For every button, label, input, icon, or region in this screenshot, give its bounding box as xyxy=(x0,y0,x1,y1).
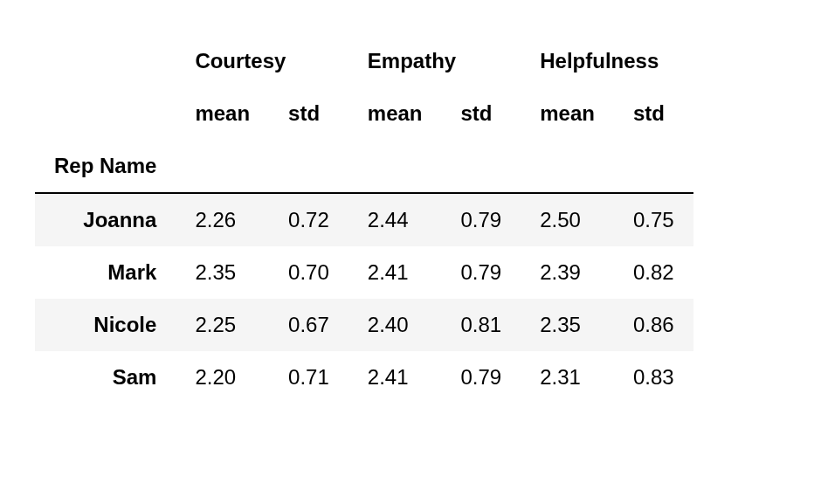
cell-value: 2.41 xyxy=(348,246,442,299)
stats-table: Courtesy Empathy Helpfulness mean std me… xyxy=(35,35,693,404)
header-spacer xyxy=(521,140,614,193)
header-helpfulness-std: std xyxy=(614,87,693,140)
header-courtesy: Courtesy xyxy=(176,35,348,87)
header-blank xyxy=(35,35,176,87)
cell-value: 0.79 xyxy=(442,246,521,299)
row-name: Nicole xyxy=(35,299,176,351)
cell-value: 0.79 xyxy=(442,351,521,404)
cell-value: 0.75 xyxy=(614,193,693,246)
header-row-stats: mean std mean std mean std xyxy=(35,87,693,140)
table-row: Nicole 2.25 0.67 2.40 0.81 2.35 0.86 xyxy=(35,299,693,351)
cell-value: 2.26 xyxy=(176,193,269,246)
header-spacer xyxy=(176,140,269,193)
cell-value: 2.50 xyxy=(521,193,614,246)
header-courtesy-mean: mean xyxy=(176,87,269,140)
cell-value: 0.72 xyxy=(269,193,348,246)
cell-value: 0.71 xyxy=(269,351,348,404)
header-helpfulness: Helpfulness xyxy=(521,35,693,87)
table-row: Sam 2.20 0.71 2.41 0.79 2.31 0.83 xyxy=(35,351,693,404)
row-name: Sam xyxy=(35,351,176,404)
header-courtesy-std: std xyxy=(269,87,348,140)
cell-value: 0.70 xyxy=(269,246,348,299)
cell-value: 0.86 xyxy=(614,299,693,351)
header-spacer xyxy=(348,140,442,193)
cell-value: 2.41 xyxy=(348,351,442,404)
cell-value: 0.83 xyxy=(614,351,693,404)
cell-value: 0.67 xyxy=(269,299,348,351)
table-row: Mark 2.35 0.70 2.41 0.79 2.39 0.82 xyxy=(35,246,693,299)
cell-value: 2.35 xyxy=(176,246,269,299)
row-name: Joanna xyxy=(35,193,176,246)
header-empathy: Empathy xyxy=(348,35,521,87)
cell-value: 2.40 xyxy=(348,299,442,351)
header-row-metrics: Courtesy Empathy Helpfulness xyxy=(35,35,693,87)
cell-value: 0.82 xyxy=(614,246,693,299)
header-helpfulness-mean: mean xyxy=(521,87,614,140)
header-row-index: Rep Name xyxy=(35,140,693,193)
header-spacer xyxy=(442,140,521,193)
cell-value: 2.44 xyxy=(348,193,442,246)
table-row: Joanna 2.26 0.72 2.44 0.79 2.50 0.75 xyxy=(35,193,693,246)
cell-value: 0.79 xyxy=(442,193,521,246)
cell-value: 0.81 xyxy=(442,299,521,351)
header-spacer xyxy=(269,140,348,193)
cell-value: 2.35 xyxy=(521,299,614,351)
index-label: Rep Name xyxy=(35,140,176,193)
header-empathy-std: std xyxy=(442,87,521,140)
cell-value: 2.39 xyxy=(521,246,614,299)
row-name: Mark xyxy=(35,246,176,299)
header-spacer xyxy=(614,140,693,193)
cell-value: 2.31 xyxy=(521,351,614,404)
cell-value: 2.20 xyxy=(176,351,269,404)
cell-value: 2.25 xyxy=(176,299,269,351)
header-empathy-mean: mean xyxy=(348,87,442,140)
header-blank-2 xyxy=(35,87,176,140)
